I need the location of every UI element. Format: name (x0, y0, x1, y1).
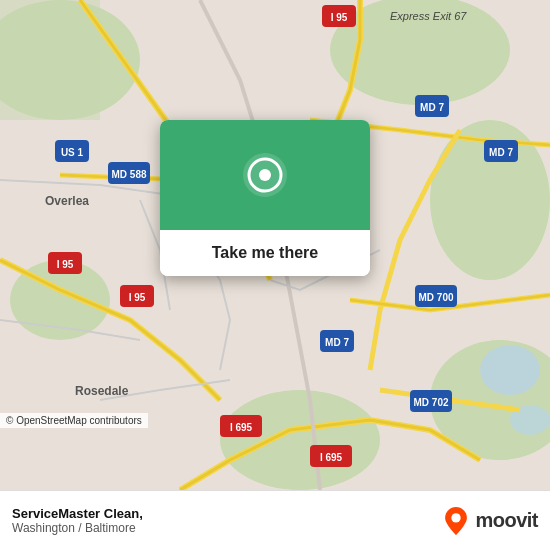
popup-card: Take me there (160, 120, 370, 276)
svg-text:I 695: I 695 (320, 452, 343, 463)
location-name: Washington / Baltimore (12, 521, 143, 535)
map-attribution: © OpenStreetMap contributors (0, 413, 148, 428)
svg-text:MD 7: MD 7 (489, 147, 513, 158)
svg-text:I 95: I 95 (331, 12, 348, 23)
bottom-left-info: ServiceMaster Clean, Washington / Baltim… (12, 506, 143, 535)
svg-text:MD 7: MD 7 (325, 337, 349, 348)
svg-text:MD 7: MD 7 (420, 102, 444, 113)
svg-point-40 (259, 169, 271, 181)
popup-green-area (160, 120, 370, 230)
map-container: US 1 I 95 I 95 I 95 MD 7 MD 7 MD 7 MD 58… (0, 0, 550, 490)
svg-text:Rosedale: Rosedale (75, 384, 129, 398)
svg-text:MD 700: MD 700 (418, 292, 453, 303)
svg-text:I 695: I 695 (230, 422, 253, 433)
svg-rect-6 (0, 0, 100, 120)
svg-text:US 1: US 1 (61, 147, 84, 158)
svg-text:Overlea: Overlea (45, 194, 89, 208)
location-pin-icon (241, 151, 289, 199)
svg-text:I 95: I 95 (57, 259, 74, 270)
moovit-pin-icon (442, 507, 470, 535)
svg-text:Express Exit 67: Express Exit 67 (390, 10, 467, 22)
moovit-text: moovit (475, 509, 538, 532)
svg-text:I 95: I 95 (129, 292, 146, 303)
business-name: ServiceMaster Clean, (12, 506, 143, 521)
svg-point-8 (480, 345, 540, 395)
moovit-logo: moovit (442, 507, 538, 535)
svg-point-41 (452, 513, 461, 522)
svg-text:MD 702: MD 702 (413, 397, 448, 408)
svg-point-7 (220, 390, 380, 490)
svg-text:MD 588: MD 588 (111, 169, 146, 180)
take-me-there-button[interactable]: Take me there (160, 230, 370, 276)
bottom-bar: ServiceMaster Clean, Washington / Baltim… (0, 490, 550, 550)
